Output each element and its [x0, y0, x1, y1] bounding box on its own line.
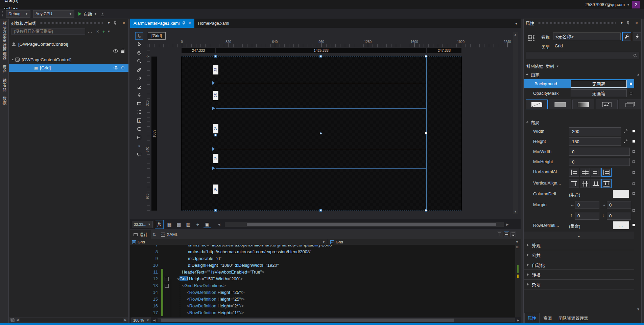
rowdef-ellipsis-button[interactable]: ... — [613, 221, 629, 229]
zoom-tool-icon[interactable] — [135, 58, 143, 65]
margin-right-input[interactable]: 0 — [607, 201, 631, 209]
property-search-input[interactable] — [526, 52, 639, 59]
tab-design[interactable]: 设计 — [130, 230, 151, 239]
show-gridlines-button[interactable]: ▦ — [166, 221, 173, 228]
designer-vertical-scrollbar[interactable]: ▲ ▼ — [513, 32, 518, 214]
solid-brush-button[interactable] — [549, 100, 571, 109]
code-line[interactable]: 11 HeaderText="" IsViewboxEnabled="True"… — [130, 269, 515, 276]
halign-left-button[interactable] — [569, 168, 579, 177]
xaml-editor[interactable]: 7 xmlns:mc="http://schemas.openxmlformat… — [130, 245, 521, 317]
swap-panes-icon[interactable]: ⇅ — [151, 232, 158, 237]
design-pane-breadcrumb[interactable]: ▦ Grid ▼ — [130, 239, 327, 245]
property-marker[interactable] — [633, 130, 635, 132]
property-marker[interactable] — [633, 150, 635, 153]
properties-mode-button[interactable] — [622, 32, 631, 41]
platform-combo[interactable]: Any CPU▼ — [33, 10, 74, 18]
eye-icon[interactable] — [113, 49, 118, 52]
double-chevron-icon[interactable]: ⌄⌄ — [87, 30, 93, 33]
chevron-down-icon[interactable]: ▼ — [619, 21, 624, 25]
lock-toggle-icon[interactable] — [121, 66, 124, 69]
bottom-tab-3[interactable]: 团队资源管理器 — [555, 313, 591, 323]
pin-icon[interactable] — [114, 21, 119, 25]
events-mode-button[interactable] — [633, 32, 642, 41]
close-storyboard-icon[interactable]: ✕ — [95, 29, 100, 34]
designer-horizontal-scrollbar[interactable] — [225, 222, 504, 227]
tree-item-grid-selected[interactable]: ▦ [Grid] — [9, 64, 128, 72]
annotations-button[interactable]: ▣ — [204, 221, 211, 228]
snapping-button[interactable]: ⌖ — [194, 221, 201, 228]
pin-icon[interactable] — [626, 21, 632, 25]
storyboard-picker[interactable]: (没有打开的情节提要) — [11, 28, 85, 35]
code-line[interactable]: 16 <RowDefinition Height="2*"/> — [130, 303, 515, 309]
property-marker[interactable] — [633, 140, 635, 143]
avatar[interactable]: 2 — [632, 1, 640, 8]
halign-center-button[interactable] — [580, 168, 590, 177]
section-brushes[interactable]: 画笔 — [526, 71, 540, 78]
effects-toggle-button[interactable]: fx — [155, 220, 164, 229]
editor-zoom-combo[interactable]: 100 %▼ — [132, 318, 151, 323]
show-more-button[interactable]: ⌄ — [524, 232, 634, 239]
property-marker[interactable] — [633, 192, 635, 195]
image-brush-button[interactable] — [596, 100, 618, 109]
scroll-down-icon[interactable]: ▼ — [514, 210, 517, 213]
code-line[interactable]: 13− <Grid.RowDefinitions> — [130, 282, 515, 289]
configuration-combo[interactable]: Debug▼ — [6, 10, 30, 18]
code-line[interactable]: 8 xmlns:d="http://schemas.microsoft.com/… — [130, 248, 515, 255]
selection-breadcrumb-chip[interactable]: [Grid] — [148, 32, 166, 40]
items-control-tool-icon[interactable] — [135, 134, 143, 141]
scrollbar-thumb[interactable] — [247, 223, 496, 226]
editor-horizontal-scrollbar[interactable] — [158, 318, 515, 322]
section-转换[interactable]: 转换 — [524, 270, 634, 280]
snap-grid-button[interactable]: ▩ — [175, 221, 183, 228]
scrollbar-thumb[interactable] — [161, 319, 454, 322]
valign-top-button[interactable] — [569, 179, 579, 188]
close-icon[interactable]: ✕ — [188, 21, 191, 25]
scroll-right-icon[interactable]: ▶ — [124, 318, 127, 322]
chevron-down-icon[interactable]: ▼ — [106, 21, 112, 25]
code-line[interactable]: 14 <RowDefinition Height="25"/> — [130, 289, 515, 296]
toolbar-grip[interactable] — [2, 11, 3, 17]
side-tab[interactable]: 解决方案资源管理器 — [1, 21, 7, 60]
margin-bottom-input[interactable]: 0 — [607, 212, 631, 220]
tab-list-chevron-icon[interactable]: ▼ — [515, 22, 518, 25]
xaml-pane-breadcrumb[interactable]: <> Grid ▼ — [328, 239, 521, 245]
side-tab[interactable]: 数据 — [1, 96, 7, 105]
account-menu[interactable]: 258979087@qq.com ▼ — [586, 0, 630, 9]
design-surface[interactable]: T» [Grid] 03206409601280160019202240 032… — [130, 28, 521, 219]
property-marker[interactable] — [633, 209, 635, 212]
lock-icon[interactable] — [121, 50, 124, 53]
pan-tool-icon[interactable] — [135, 49, 143, 57]
minwidth-input[interactable]: 0 — [569, 148, 630, 156]
code-line[interactable]: 15 <RowDefinition Height="25"/> — [130, 296, 515, 303]
paint-tool-icon[interactable] — [135, 74, 143, 82]
brush-resource-button[interactable] — [619, 100, 641, 109]
code-line[interactable]: 12− <Grid Height="150" Width="200"> — [130, 276, 515, 282]
section-杂项[interactable]: 杂项 — [524, 280, 634, 289]
editor-vertical-scrollbar[interactable]: ⊞ — [515, 245, 521, 317]
background-value[interactable]: 无画笔 — [571, 80, 627, 88]
horizontal-split-button[interactable] — [504, 232, 509, 237]
fold-collapse-icon[interactable]: − — [165, 277, 169, 281]
designer-zoom-combo[interactable]: 33.33...▼ — [132, 221, 153, 228]
scroll-left-icon[interactable]: ◀ — [215, 221, 223, 228]
height-input[interactable]: 150 — [569, 137, 621, 146]
bottom-tab-1[interactable]: 属性 — [524, 313, 540, 323]
property-marker[interactable] — [630, 83, 632, 85]
tab-xaml[interactable]: <> XAML — [158, 230, 182, 239]
halign-right-button[interactable] — [591, 168, 601, 177]
minheight-input[interactable]: 0 — [569, 158, 630, 166]
width-input[interactable]: 200 — [569, 127, 621, 135]
property-marker[interactable] — [633, 171, 635, 174]
scroll-left-icon[interactable]: ◀ — [16, 318, 19, 322]
eye-icon[interactable] — [114, 66, 118, 69]
null-brush-button[interactable] — [526, 100, 548, 109]
code-line[interactable]: 9 mc:Ignorable="d" — [130, 255, 515, 262]
gradient-brush-button[interactable] — [572, 100, 594, 109]
code-line[interactable]: 17 <RowDefinition Height="1*"/> — [130, 309, 515, 316]
code-line[interactable]: 7 xmlns:mc="http://schemas.openxmlformat… — [130, 245, 515, 248]
property-marker[interactable] — [633, 160, 635, 163]
menu-item[interactable]: 调试(D) — [0, 0, 23, 5]
more-tool-icon[interactable]: » — [135, 142, 143, 150]
selection-tool-icon[interactable] — [135, 32, 143, 40]
add-storyboard-button[interactable]: + — [102, 29, 105, 35]
